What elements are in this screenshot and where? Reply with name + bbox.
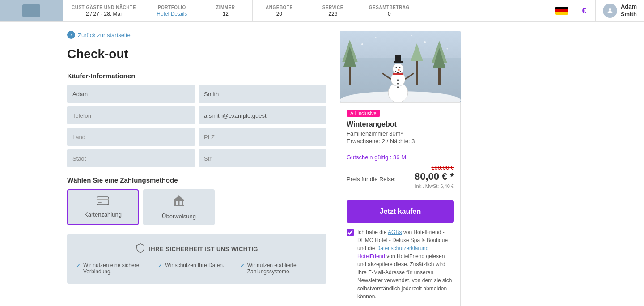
svg-rect-5 [174,201,176,205]
page-title: Check-out [67,47,326,61]
svg-point-30 [397,72,398,73]
address-row [67,149,326,167]
nav-angebote-value: 20 [276,11,282,17]
nav-service[interactable]: SERVICE 226 [306,0,360,21]
payment-options: Kartenzahlung Überweisung [67,189,326,225]
svg-rect-25 [395,55,401,62]
top-header: CUST GÄSTE UND NÄCHTE 2 / 27 - 28. Mai P… [0,0,644,22]
logo-icon [22,4,40,17]
svg-point-40 [375,37,377,38]
offer-divider [347,149,454,149]
bank-icon [173,195,185,209]
nav-gesamtbetrag-label: GESAMTBETRAG [369,5,410,10]
offer-price-original: 100,00 € [415,164,454,171]
offer-card: All-Inclusive Winterangebot Familienzimm… [340,102,461,306]
offer-price-tax: Inkl. MwSt: 6,40 € [347,183,454,189]
svg-rect-2 [97,199,109,200]
header-right: € Adam Smith [551,0,644,21]
checkmark-icon-2: ✓ [158,263,162,269]
offer-price-row: Preis für die Reise: 100,00 € 80,00 € * [347,164,454,183]
security-items: ✓ Wir nutzen eine sichere Verbindung. ✓ … [76,262,318,275]
svg-rect-33 [393,73,403,75]
card-icon [97,196,109,208]
hotel-image [340,31,461,102]
security-title: IHRE SICHERHEIT IST UNS WICHTIG [76,243,318,255]
offer-actions: Jetzt kaufen Ich habe die AGBs von Hotel… [340,195,460,306]
bank-option-label: Überweisung [162,213,196,220]
last-name-input[interactable] [199,85,326,103]
agb-link[interactable]: AGBs [388,229,402,235]
terms-checkbox[interactable] [347,229,354,236]
currency-selector[interactable]: € [573,0,595,22]
svg-point-43 [411,35,412,36]
nav-guests-label: CUST GÄSTE UND NÄCHTE [72,5,136,10]
location-row [67,128,326,146]
nav-portfolio-value: Hotel Details [157,11,187,17]
nav-gesamtbetrag[interactable]: GESAMTBETRAG 0 [360,0,419,21]
nav-portfolio-label: PORTFOLIO [158,5,186,10]
nav-zimmer-label: ZIMMER [216,5,235,10]
svg-rect-6 [178,201,180,205]
nav-portfolio[interactable]: PORTFOLIO Hotel Details [145,0,199,21]
country-input[interactable] [67,128,195,146]
card-option-label: Kartenzahlung [84,211,122,218]
header-nav: CUST GÄSTE UND NÄCHTE 2 / 27 - 28. Mai P… [63,0,551,21]
flag-de-icon [555,7,568,15]
all-inclusive-badge: All-Inclusive [347,110,380,117]
checkmark-icon-1: ✓ [76,263,80,269]
logo[interactable] [0,0,63,21]
street-input[interactable] [199,149,326,167]
payment-title: Wählen Sie eine Zahlungsmethode [67,176,326,184]
buy-button[interactable]: Jetzt kaufen [347,200,454,223]
user-name: Adam Smith [621,3,637,18]
language-selector[interactable] [551,0,573,22]
offer-voucher: Gutschein gültig : 36 M [347,154,454,161]
nav-zimmer[interactable]: ZIMMER 12 [199,0,253,21]
payment-bank-option[interactable]: Überweisung [143,189,215,225]
nav-guests-value: 2 / 27 - 28. Mai [86,11,122,17]
zip-input[interactable] [199,128,326,146]
city-input[interactable] [67,149,195,167]
shield-icon [136,243,145,255]
nav-service-label: SERVICE [322,5,343,10]
offer-price-main: 80,00 € * [415,171,454,183]
svg-point-36 [397,86,399,88]
chevron-left-icon: ‹ [67,31,75,39]
offer-price-right: 100,00 € 80,00 € * [415,164,454,183]
svg-point-31 [398,72,399,73]
back-link[interactable]: ‹ Zurück zur startseite [67,31,326,39]
nav-service-value: 226 [328,11,337,17]
svg-marker-8 [174,196,184,200]
nav-guests[interactable]: CUST GÄSTE UND NÄCHTE 2 / 27 - 28. Mai [63,0,145,21]
user-menu[interactable]: Adam Smith [595,0,644,22]
payment-card-option[interactable]: Kartenzahlung [67,189,139,225]
nav-angebote[interactable]: ANGEBOTE 20 [253,0,306,21]
first-name-input[interactable] [67,85,195,103]
svg-point-27 [399,67,401,68]
datenschutz-link[interactable]: Datenschutzerklärung [377,245,429,251]
terms-text: Ich habe die AGBs von HotelFriend - DEMO… [357,228,454,301]
nav-gesamtbetrag-value: 0 [388,11,391,17]
offer-subtitle: Familienzimmer 30m² [347,130,454,137]
security-item-3: ✓ Wir nutzen etablierte Zahlungssysteme. [240,262,318,275]
svg-point-39 [361,43,363,45]
svg-point-32 [400,71,401,72]
buyer-info-title: Käufer-Informationen [67,72,326,80]
checkout-form: ‹ Zurück zur startseite Check-out Käufer… [67,31,326,306]
svg-rect-1 [97,197,109,205]
terms-section: Ich habe die AGBs von HotelFriend - DEMO… [347,228,454,301]
offer-price-label: Preis für die Reise: [347,176,396,183]
phone-input[interactable] [67,106,195,124]
svg-point-42 [447,48,448,50]
svg-point-23 [393,64,403,74]
svg-rect-7 [182,201,183,205]
svg-point-41 [424,41,426,43]
avatar [603,4,617,18]
security-banner: IHRE SICHERHEIT IST UNS WICHTIG ✓ Wir nu… [67,234,326,284]
offer-body: All-Inclusive Winterangebot Familienzimm… [340,103,460,195]
email-input[interactable] [199,106,326,124]
security-item-2: ✓ Wir schützen Ihre Daten. [158,262,235,275]
main-content: ‹ Zurück zur startseite Check-out Käufer… [54,22,590,306]
svg-point-0 [609,8,611,11]
svg-point-34 [397,79,399,81]
